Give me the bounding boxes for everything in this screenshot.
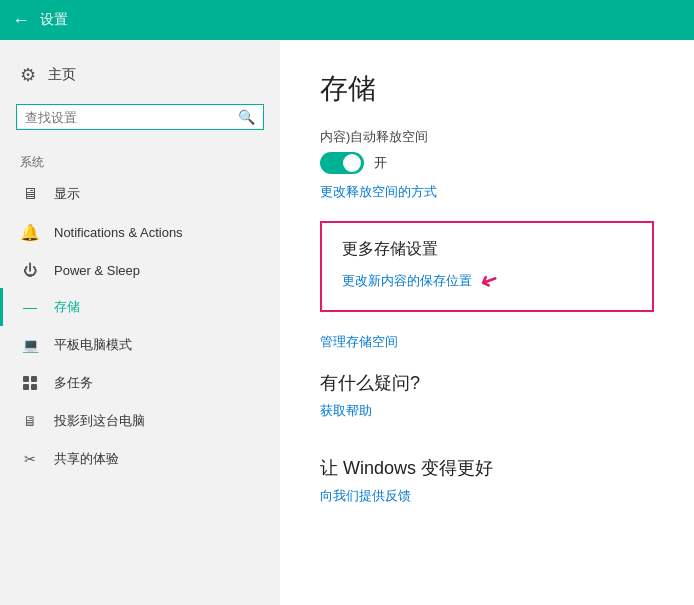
sidebar-item-multitasking[interactable]: 多任务 (0, 364, 280, 402)
sidebar-item-multitasking-label: 多任务 (54, 374, 93, 392)
projecting-icon: 🖥 (20, 413, 40, 429)
manage-storage-link[interactable]: 管理存储空间 (320, 333, 398, 351)
help-section: 有什么疑问? 获取帮助 (320, 371, 654, 440)
power-icon: ⏻ (20, 262, 40, 278)
page-title: 存储 (320, 70, 654, 108)
search-icon: 🔍 (238, 109, 255, 125)
more-storage-title: 更多存储设置 (342, 239, 632, 260)
toggle-knob (343, 154, 361, 172)
windows-better-title: 让 Windows 变得更好 (320, 456, 654, 480)
sidebar-item-power-label: Power & Sleep (54, 263, 140, 278)
title-bar: ← 设置 (0, 0, 694, 40)
home-icon: ⚙ (20, 64, 36, 86)
toggle-label: 开 (374, 154, 387, 172)
svg-rect-2 (23, 384, 29, 390)
change-save-location-link[interactable]: 更改新内容的保存位置 (342, 272, 472, 290)
sidebar-item-tablet[interactable]: 💻 平板电脑模式 (0, 326, 280, 364)
svg-rect-0 (23, 376, 29, 382)
red-arrow-icon: ➜ (476, 266, 502, 297)
tablet-icon: 💻 (20, 337, 40, 353)
storage-sense-toggle[interactable] (320, 152, 364, 174)
sidebar-item-power[interactable]: ⏻ Power & Sleep (0, 252, 280, 288)
svg-rect-1 (31, 376, 37, 382)
main-content: 存储 内容)自动释放空间 开 更改释放空间的方式 更多存储设置 更改新内容的保存… (280, 40, 694, 605)
get-help-link[interactable]: 获取帮助 (320, 402, 372, 420)
title-bar-title: 设置 (40, 11, 68, 29)
sidebar-item-shared[interactable]: ✂ 共享的体验 (0, 440, 280, 478)
sidebar-item-notifications[interactable]: 🔔 Notifications & Actions (0, 213, 280, 252)
sidebar-item-home[interactable]: ⚙ 主页 (0, 56, 280, 94)
sidebar-item-display-label: 显示 (54, 185, 80, 203)
storage-icon: — (20, 299, 40, 315)
storage-sense-text: 内容)自动释放空间 (320, 128, 654, 146)
sidebar-item-storage-label: 存储 (54, 298, 80, 316)
sidebar-home-label: 主页 (48, 66, 76, 84)
layout: ⚙ 主页 🔍 系统 🖥 显示 🔔 Notifications & Actions… (0, 40, 694, 605)
svg-rect-3 (31, 384, 37, 390)
sidebar-item-display[interactable]: 🖥 显示 (0, 175, 280, 213)
search-input[interactable] (25, 110, 238, 125)
help-title: 有什么疑问? (320, 371, 654, 395)
arrow-container: 更改新内容的保存位置 ➜ (342, 268, 632, 294)
display-icon: 🖥 (20, 185, 40, 203)
sidebar-item-projecting[interactable]: 🖥 投影到这台电脑 (0, 402, 280, 440)
change-release-link[interactable]: 更改释放空间的方式 (320, 183, 437, 201)
multitasking-icon (20, 375, 40, 391)
windows-better-section: 让 Windows 变得更好 向我们提供反馈 (320, 456, 654, 525)
sidebar-item-shared-label: 共享的体验 (54, 450, 119, 468)
back-button[interactable]: ← (12, 11, 30, 29)
sidebar-item-projecting-label: 投影到这台电脑 (54, 412, 145, 430)
sidebar-item-notifications-label: Notifications & Actions (54, 225, 183, 240)
search-box[interactable]: 🔍 (16, 104, 264, 130)
sidebar: ⚙ 主页 🔍 系统 🖥 显示 🔔 Notifications & Actions… (0, 40, 280, 605)
sidebar-section-label: 系统 (0, 146, 280, 175)
shared-icon: ✂ (20, 451, 40, 467)
sidebar-item-storage[interactable]: — 存储 (0, 288, 280, 326)
notifications-icon: 🔔 (20, 223, 40, 242)
feedback-link[interactable]: 向我们提供反馈 (320, 487, 411, 505)
more-storage-section: 更多存储设置 更改新内容的保存位置 ➜ (320, 221, 654, 312)
sidebar-item-tablet-label: 平板电脑模式 (54, 336, 132, 354)
toggle-container: 开 (320, 152, 654, 174)
